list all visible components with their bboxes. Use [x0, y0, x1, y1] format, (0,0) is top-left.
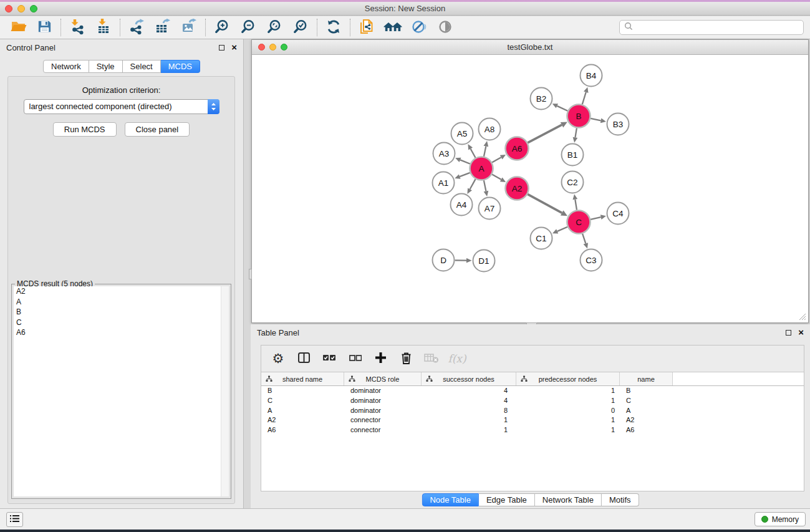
graph-edge-A-A2[interactable]	[492, 175, 501, 180]
table-cell[interactable]: 4	[422, 396, 516, 406]
zoom-selected-button[interactable]	[287, 17, 314, 37]
create-column-button[interactable]	[370, 349, 391, 369]
table-cell[interactable]: 1	[516, 386, 620, 396]
tab-node-table[interactable]: Node Table	[422, 493, 479, 506]
graph-edge-C-C1[interactable]	[557, 227, 567, 231]
mcds-result-item[interactable]: A	[14, 297, 229, 307]
memory-button[interactable]: Memory	[755, 512, 806, 526]
table-cell[interactable]: 1	[422, 415, 516, 425]
table-cell[interactable]: 1	[422, 425, 516, 435]
export-table-button[interactable]	[150, 17, 176, 37]
network-window-titlebar[interactable]: testGlobe.txt	[252, 40, 808, 55]
column-header-MCDS-role[interactable]: MCDS role	[344, 372, 422, 385]
hide-graphics-details-button[interactable]	[406, 17, 432, 37]
table-row[interactable]: Cdominator41C	[261, 396, 804, 406]
splitter-handle-left[interactable]	[249, 269, 252, 279]
deselect-all-button[interactable]	[344, 349, 365, 369]
graph-edge-A-A4[interactable]	[470, 179, 476, 189]
mcds-result-item[interactable]: C	[14, 317, 229, 328]
show-graphics-details-button[interactable]	[432, 17, 458, 37]
table-cell[interactable]: 8	[422, 406, 516, 416]
float-panel-icon[interactable]	[219, 45, 224, 51]
table-cell[interactable]: connector	[344, 425, 422, 435]
tab-edge-table[interactable]: Edge Table	[479, 493, 535, 506]
table-row[interactable]: Bdominator41B	[261, 386, 804, 396]
column-header-shared-name[interactable]: shared name	[261, 372, 344, 385]
graph-edge-A-A1[interactable]	[460, 173, 470, 177]
graph-edge-A6-B[interactable]	[528, 125, 562, 143]
table-cell[interactable]: 0	[516, 406, 620, 416]
graph-edge-A2-C[interactable]	[528, 194, 562, 213]
import-table-button[interactable]	[90, 17, 117, 37]
graph-edge-A-A7[interactable]	[484, 180, 486, 191]
show-columns-button[interactable]	[293, 349, 314, 369]
export-image-button[interactable]	[176, 17, 202, 37]
search-input[interactable]	[634, 23, 799, 32]
graph-edge-A-A6[interactable]	[492, 157, 501, 162]
graph-edge-A-A5[interactable]	[471, 148, 476, 157]
tab-network[interactable]: Network	[43, 60, 89, 73]
graph-edge-C-C4[interactable]	[591, 217, 601, 220]
column-header-name[interactable]: name	[620, 372, 673, 385]
table-cell[interactable]: C	[620, 396, 673, 406]
mcds-result-item[interactable]: B	[14, 307, 229, 317]
table-cell[interactable]: 4	[422, 386, 516, 396]
clone-network-button[interactable]	[354, 17, 380, 37]
close-panel-button[interactable]: Close panel	[125, 122, 190, 137]
table-cell[interactable]: A	[261, 406, 344, 416]
table-row[interactable]: Adominator80A	[261, 406, 804, 416]
graph-edge-C-C2[interactable]	[575, 200, 577, 210]
table-cell[interactable]: connector	[344, 415, 422, 425]
table-cell[interactable]: B	[261, 386, 344, 396]
function-builder-button[interactable]: f(x)	[446, 349, 468, 369]
mcds-result-item[interactable]: A2	[14, 286, 229, 297]
delete-columns-button[interactable]	[395, 349, 417, 369]
open-session-button[interactable]	[5, 17, 31, 37]
table-cell[interactable]: dominator	[344, 396, 422, 406]
close-panel-icon[interactable]: ×	[231, 44, 237, 51]
table-cell[interactable]: 1	[516, 425, 620, 435]
import-network-button[interactable]	[64, 17, 90, 37]
search-field[interactable]	[619, 20, 804, 35]
export-network-button[interactable]	[123, 17, 150, 37]
graph-edge-B-B2[interactable]	[557, 106, 567, 111]
table-cell[interactable]: A6	[620, 425, 673, 435]
zoom-fit-button[interactable]	[261, 17, 287, 37]
graph-edge-A-A3[interactable]	[460, 160, 470, 163]
table-cell[interactable]: B	[620, 386, 673, 396]
zoom-out-button[interactable]	[235, 17, 261, 37]
zoom-in-button[interactable]	[209, 17, 235, 37]
tab-select[interactable]: Select	[123, 60, 161, 73]
tab-style[interactable]: Style	[89, 60, 123, 73]
column-header-predecessor-nodes[interactable]: predecessor nodes	[516, 372, 620, 385]
select-all-button[interactable]	[319, 349, 340, 369]
table-cell[interactable]: C	[261, 396, 344, 406]
save-session-button[interactable]	[31, 17, 57, 37]
table-cell[interactable]: dominator	[344, 386, 422, 396]
graph-edge-B-B1[interactable]	[575, 128, 576, 137]
column-header-successor-nodes[interactable]: successor nodes	[422, 372, 516, 385]
table-cell[interactable]: 1	[516, 396, 620, 406]
table-cell[interactable]: A2	[620, 415, 673, 425]
close-table-panel-icon[interactable]: ×	[798, 329, 804, 336]
graph-edge-C-C3[interactable]	[582, 234, 586, 244]
graph-edge-B-B4[interactable]	[582, 92, 586, 105]
resize-grip-icon[interactable]	[798, 312, 806, 321]
run-mcds-button[interactable]: Run MCDS	[53, 122, 117, 137]
float-table-panel-icon[interactable]	[786, 330, 791, 336]
network-canvas[interactable]: B4B2BB3A8A5A6A3B1AA1C2A2A4A7C4CC1C3DD1	[253, 56, 808, 322]
tab-network-table[interactable]: Network Table	[535, 493, 602, 506]
graph-edge-B-B3[interactable]	[591, 118, 600, 120]
criterion-dropdown[interactable]: largest connected component (directed)	[24, 99, 219, 114]
table-cell[interactable]: A	[620, 406, 673, 416]
show-panels-button[interactable]	[6, 512, 23, 527]
tab-motifs[interactable]: Motifs	[602, 493, 639, 506]
table-cell[interactable]: A2	[261, 415, 344, 425]
table-row[interactable]: A6connector11A6	[261, 425, 804, 435]
delete-table-button[interactable]	[421, 349, 442, 369]
mcds-result-scrollbar[interactable]	[221, 286, 229, 496]
mcds-result-item[interactable]: A6	[14, 327, 229, 338]
table-settings-button[interactable]: ⚙	[268, 349, 289, 369]
table-cell[interactable]: dominator	[344, 406, 422, 416]
table-row[interactable]: A2connector11A2	[261, 415, 804, 425]
